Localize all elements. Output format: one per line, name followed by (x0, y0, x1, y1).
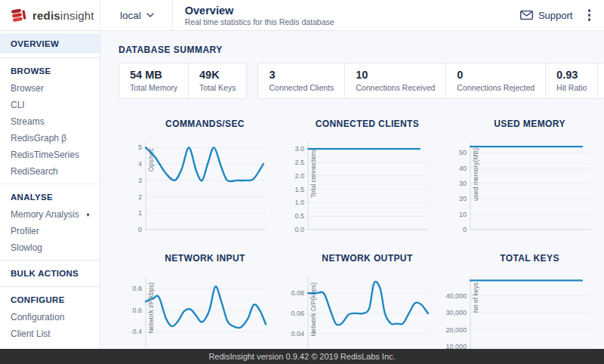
chart-title: CONNECTED CLIENTS (281, 119, 433, 129)
sidebar-item-overview[interactable]: OVERVIEW (0, 33, 100, 54)
sidebar: OVERVIEWBROWSEBrowserCLIStreamsRedisGrap… (0, 31, 100, 349)
stat-value: 54 MB (130, 69, 177, 81)
svg-text:3: 3 (138, 177, 142, 184)
sidebar-item-profiler[interactable]: Profiler (0, 223, 100, 239)
chevron-down-icon (146, 13, 154, 17)
footer-version-text: RedisInsight version 0.9.42 © 2019 Redis… (208, 352, 395, 361)
sidebar-item-label: RediSearch (11, 166, 58, 177)
stat-label: Connected Clients (269, 83, 334, 92)
sidebar-divider (0, 286, 100, 287)
sidebar-item-label: Client List (11, 329, 51, 339)
svg-text:20,000: 20,000 (445, 326, 467, 334)
sidebar-item-redisgraph[interactable]: RedisGraph β (0, 130, 100, 147)
svg-text:2: 2 (138, 193, 142, 201)
page-title: Overview (185, 5, 334, 17)
chart-title: USED MEMORY (443, 119, 595, 129)
svg-text:4: 4 (138, 160, 142, 168)
svg-text:0.8: 0.8 (132, 285, 142, 292)
sidebar-item-label: Configuration (11, 312, 64, 322)
brand-name: redisinsight (32, 9, 94, 22)
stat-value: 0 (457, 69, 535, 81)
envelope-icon (520, 11, 533, 20)
svg-text:3.0: 3.0 (294, 145, 304, 153)
stat-total-keys: 49KTotal Keys (188, 63, 246, 98)
svg-text:0: 0 (138, 226, 142, 233)
chart-total-keys: TOTAL KEYS10,00020,00030,00040,000No of … (443, 253, 595, 364)
stat-label: Total Memory (130, 83, 177, 92)
sidebar-item-browser[interactable]: Browser (0, 80, 100, 97)
sidebar-item-configure: CONFIGURE (0, 291, 100, 309)
sidebar-item-memory-analysis[interactable]: Memory Analysis▼ (0, 206, 100, 223)
chart-plot: 0.00.51.01.52.02.53.0Total connections (281, 137, 433, 235)
sidebar-item-redistimeseries[interactable]: RedisTimeSeries (0, 147, 100, 163)
database-summary: 54 MBTotal Memory49KTotal Keys3Connected… (119, 63, 595, 99)
svg-text:2.5: 2.5 (294, 159, 304, 166)
sidebar-item-slowlog[interactable]: Slowlog (0, 239, 100, 256)
chart-title: TOTAL KEYS (443, 253, 595, 264)
chart-title: NETWORK INPUT (119, 253, 270, 264)
svg-text:30: 30 (459, 180, 467, 187)
sidebar-item-label: Profiler (11, 226, 39, 236)
stat-label: Total Keys (199, 83, 236, 92)
sidebar-item-label: Slowlog (11, 242, 42, 253)
sidebar-item-label: Streams (11, 116, 45, 127)
title-block: Overview Real time statistics for this R… (173, 5, 334, 26)
stat-connections-rejected: 0Connections Rejected (445, 63, 545, 98)
chart-connected-clients: CONNECTED CLIENTS0.00.51.01.52.02.53.0To… (281, 119, 433, 235)
svg-text:20: 20 (459, 195, 467, 202)
stat-value: 3 (269, 69, 334, 81)
database-selector[interactable]: local (100, 0, 173, 30)
svg-text:Network O/P(kbps): Network O/P(kbps) (310, 282, 317, 337)
svg-text:No of keys: No of keys (472, 282, 479, 313)
chart-plot: 01020304050used memory(MB) (443, 137, 595, 235)
sidebar-item-label: RedisTimeSeries (11, 150, 79, 160)
chart-plot: 012345Ops/sec (119, 137, 270, 235)
support-button[interactable]: Support (520, 10, 573, 21)
svg-text:30,000: 30,000 (445, 309, 467, 316)
stat-label: Connections Received (356, 83, 435, 92)
overflow-menu-icon[interactable] (584, 6, 596, 24)
app-window: redisinsight local Overview Real time st… (0, 0, 604, 364)
sidebar-item-streams[interactable]: Streams (0, 113, 100, 130)
sidebar-item-label: OVERVIEW (11, 39, 59, 48)
svg-text:0.4: 0.4 (132, 328, 142, 335)
sidebar-item-bulk-actions[interactable]: BULK ACTIONS (0, 264, 100, 282)
svg-text:used memory(MB): used memory(MB) (472, 148, 479, 201)
svg-text:0.06: 0.06 (291, 310, 304, 317)
sidebar-item-cli[interactable]: CLI (0, 97, 100, 113)
sidebar-item-label: CONFIGURE (11, 295, 65, 304)
footer: RedisInsight version 0.9.42 © 2019 Redis… (0, 349, 604, 364)
sidebar-divider (0, 57, 100, 58)
svg-text:50: 50 (459, 149, 467, 156)
main-content: DATABASE SUMMARY 54 MBTotal Memory49KTot… (100, 31, 604, 364)
svg-text:0: 0 (463, 226, 467, 233)
sidebar-item-label: BULK ACTIONS (11, 269, 79, 278)
svg-text:Network I/P(kbps): Network I/P(kbps) (147, 282, 155, 334)
stat-value: 10 (356, 69, 435, 81)
brand: redisinsight (0, 0, 100, 30)
database-selector-label: local (120, 10, 141, 21)
stat-connections-received: 10Connections Received (344, 63, 445, 98)
svg-text:0.5: 0.5 (294, 212, 304, 220)
sidebar-item-client-list[interactable]: Client List (0, 325, 100, 342)
redis-logo-icon (11, 7, 27, 23)
svg-text:0.08: 0.08 (291, 289, 304, 297)
svg-text:0.04: 0.04 (291, 330, 304, 338)
sidebar-item-redisearch[interactable]: RediSearch (0, 163, 100, 180)
sidebar-item-label: Browser (11, 83, 44, 94)
svg-text:40: 40 (459, 165, 467, 172)
chart-network-output: NETWORK OUTPUT0.020.040.060.08Network O/… (281, 253, 433, 364)
sidebar-item-analyse: ANALYSE (0, 188, 100, 206)
database-summary-title: DATABASE SUMMARY (119, 45, 595, 55)
header-actions: Support (520, 6, 604, 24)
svg-text:40,000: 40,000 (445, 292, 467, 300)
svg-text:0.0: 0.0 (294, 226, 304, 233)
sidebar-item-configuration[interactable]: Configuration (0, 309, 100, 325)
svg-text:10: 10 (459, 211, 467, 218)
chart-commands-sec: COMMANDS/SEC012345Ops/sec (119, 119, 270, 235)
dropdown-arrow-icon[interactable]: ▼ (85, 212, 91, 217)
chart-title: NETWORK OUTPUT (281, 253, 433, 264)
sidebar-item-browse: BROWSE (0, 62, 100, 80)
sidebar-item-label: Memory Analysis (11, 209, 79, 220)
sidebar-item-label: BROWSE (11, 66, 51, 76)
